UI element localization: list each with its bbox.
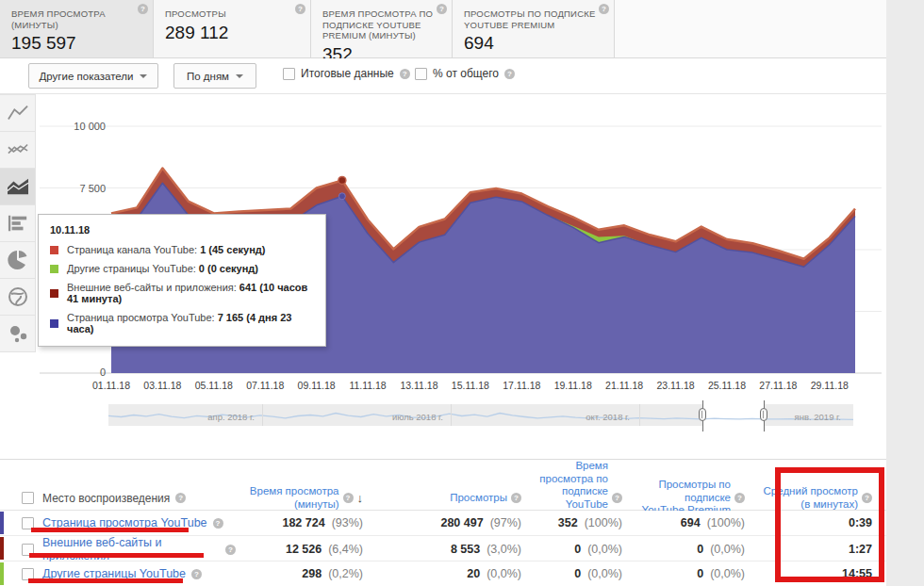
svg-text:07.11.18: 07.11.18 bbox=[246, 380, 284, 391]
granularity-dropdown[interactable]: По дням bbox=[173, 63, 256, 89]
chart-type-bar[interactable] bbox=[0, 205, 36, 242]
series-name: Другие страницы YouTube: bbox=[67, 263, 196, 274]
svg-text:0: 0 bbox=[100, 366, 106, 378]
series-name: Страница канала YouTube: bbox=[67, 244, 197, 255]
watch-time-pct: (93%) bbox=[332, 516, 363, 529]
metric-value: 195 597 bbox=[11, 33, 141, 54]
chart-type-map[interactable] bbox=[0, 279, 36, 316]
bubble-chart-icon bbox=[7, 322, 29, 345]
column-header-views[interactable]: Просмотры bbox=[450, 492, 507, 505]
premium-time-pct: (100%) bbox=[585, 516, 622, 529]
scrubber-separator bbox=[451, 404, 452, 426]
tooltip-row: Страница просмотра YouTube:7 165 (4 дня … bbox=[50, 312, 314, 334]
timeline-scrubber[interactable]: апр. 2018 г.июль 2018 г.окт. 2018 г.янв.… bbox=[108, 404, 853, 426]
help-icon[interactable]: ? bbox=[612, 493, 622, 503]
chart-type-stacked-area[interactable] bbox=[0, 169, 36, 205]
help-icon[interactable]: ? bbox=[295, 4, 305, 14]
stacked-area-chart-icon bbox=[6, 176, 30, 197]
help-icon[interactable]: ? bbox=[511, 493, 521, 503]
series-swatch-channel-page bbox=[50, 246, 58, 254]
metrics-bar: ? ВРЕМЯ ПРОСМОТРА (МИНУТЫ) 195 597 ? ПРО… bbox=[0, 0, 886, 58]
help-icon[interactable]: ? bbox=[599, 4, 609, 14]
metric-label: ВРЕМЯ ПРОСМОТРА ПО ПОДПИСКЕ YOUTUBE PREM… bbox=[322, 8, 440, 41]
premium-views-pct: (0,0%) bbox=[710, 543, 745, 556]
globe-icon bbox=[7, 285, 29, 308]
chart-type-line[interactable] bbox=[0, 94, 36, 132]
chevron-down-icon bbox=[140, 74, 147, 78]
help-icon[interactable]: ? bbox=[138, 4, 148, 14]
metric-card-views[interactable]: ? ПРОСМОТРЫ 289 112 bbox=[154, 0, 311, 57]
help-icon[interactable]: ? bbox=[437, 4, 447, 14]
scrubber-handle-right[interactable] bbox=[760, 408, 767, 421]
dropdown-label: Другие показатели bbox=[40, 71, 134, 82]
svg-text:29.11.18: 29.11.18 bbox=[811, 380, 849, 391]
help-icon[interactable]: ? bbox=[175, 493, 186, 503]
help-icon[interactable]: ? bbox=[191, 569, 202, 579]
annotation-underline-external-sites bbox=[29, 553, 204, 558]
tooltip-row: Другие страницы YouTube:0 (0 секунд) bbox=[50, 263, 314, 274]
metric-card-watch-time[interactable]: ? ВРЕМЯ ПРОСМОТРА (МИНУТЫ) 195 597 bbox=[0, 0, 154, 57]
svg-text:27.11.18: 27.11.18 bbox=[759, 380, 797, 391]
metric-card-premium-watch-time[interactable]: ? ВРЕМЯ ПРОСМОТРА ПО ПОДПИСКЕ YOUTUBE PR… bbox=[311, 0, 453, 57]
svg-text:25.11.18: 25.11.18 bbox=[708, 380, 746, 391]
chart-type-bubble[interactable] bbox=[0, 316, 36, 352]
column-header-place: Место воспроизведения bbox=[42, 492, 170, 505]
metric-value: 289 112 bbox=[165, 23, 299, 43]
annotation-box-avg-view-column bbox=[775, 467, 884, 582]
help-icon[interactable]: ? bbox=[213, 518, 223, 529]
views-value: 8 553 bbox=[451, 543, 480, 556]
scrubber-separator bbox=[639, 404, 640, 426]
svg-text:7 500: 7 500 bbox=[79, 183, 106, 194]
views-pct: (97%) bbox=[490, 516, 521, 529]
tooltip-row: Страница канала YouTube:1 (45 секунд) bbox=[50, 244, 314, 255]
checkbox-label: Итоговые данные bbox=[301, 67, 394, 80]
dropdown-label: По дням bbox=[187, 71, 229, 82]
watch-time-value: 182 724 bbox=[282, 516, 324, 529]
help-icon[interactable]: ? bbox=[400, 69, 410, 79]
series-value: 0 (0 секунд) bbox=[199, 263, 258, 274]
scrubber-separator bbox=[262, 404, 263, 426]
views-value: 20 bbox=[467, 567, 480, 580]
scrubber-period-label: апр. 2018 г. bbox=[207, 412, 255, 422]
totals-checkbox[interactable] bbox=[283, 68, 295, 80]
column-header-watch-time[interactable]: Время просмотра (минуты) bbox=[250, 485, 339, 511]
help-icon[interactable]: ? bbox=[225, 545, 236, 555]
series-value: 1 (45 секунд) bbox=[200, 244, 265, 255]
line-chart-icon bbox=[6, 103, 30, 123]
row-color-bar bbox=[0, 537, 4, 560]
annotation-underline-other-pages bbox=[28, 578, 183, 583]
watch-time-value: 12 526 bbox=[286, 543, 322, 556]
help-icon[interactable]: ? bbox=[343, 493, 354, 503]
select-all-checkbox[interactable] bbox=[22, 492, 34, 504]
metrics-bar-filler bbox=[615, 0, 886, 57]
pie-chart-icon bbox=[7, 249, 29, 271]
svg-text:10 000: 10 000 bbox=[74, 121, 106, 132]
series-swatch-external bbox=[50, 289, 58, 298]
checkbox-label: % от общего bbox=[433, 67, 499, 80]
filter-bar: Другие показатели По дням Итоговые данны… bbox=[0, 58, 886, 94]
percent-checkbox[interactable] bbox=[415, 68, 427, 80]
row-label: Внешние веб-сайты и приложения bbox=[42, 536, 220, 562]
metric-card-premium-views[interactable]: ? ПРОСМОТРЫ ПО ПОДПИСКЕ YOUTUBE PREMIUM … bbox=[453, 0, 615, 57]
watch-time-pct: (0,2%) bbox=[328, 567, 363, 580]
metric-value: 694 bbox=[464, 33, 602, 54]
premium-views-value: 0 bbox=[697, 543, 703, 556]
svg-text:21.11.18: 21.11.18 bbox=[605, 380, 643, 391]
scrubber-period-label: окт. 2018 г. bbox=[586, 412, 630, 422]
chart-type-pie[interactable] bbox=[0, 242, 36, 279]
row-link-external-sites[interactable]: Внешние веб-сайты и приложения ? bbox=[42, 536, 236, 562]
premium-views-pct: (0,0%) bbox=[710, 567, 745, 580]
svg-text:23.11.18: 23.11.18 bbox=[657, 380, 695, 391]
watch-time-pct: (6,4%) bbox=[328, 543, 363, 556]
help-icon[interactable]: ? bbox=[504, 69, 515, 79]
premium-time-value: 0 bbox=[574, 567, 581, 580]
scrubber-handle-left[interactable] bbox=[699, 408, 706, 421]
help-icon[interactable]: ? bbox=[734, 493, 745, 503]
series-swatch-watch-page bbox=[50, 319, 58, 328]
bar-chart-icon bbox=[6, 213, 30, 234]
svg-text:05.11.18: 05.11.18 bbox=[195, 380, 233, 391]
views-pct: (0,0%) bbox=[487, 567, 521, 580]
tooltip-row: Внешние веб-сайты и приложения:641 (10 ч… bbox=[50, 282, 314, 304]
chart-type-multiline[interactable] bbox=[0, 132, 36, 169]
metrics-dropdown[interactable]: Другие показатели bbox=[28, 63, 158, 89]
